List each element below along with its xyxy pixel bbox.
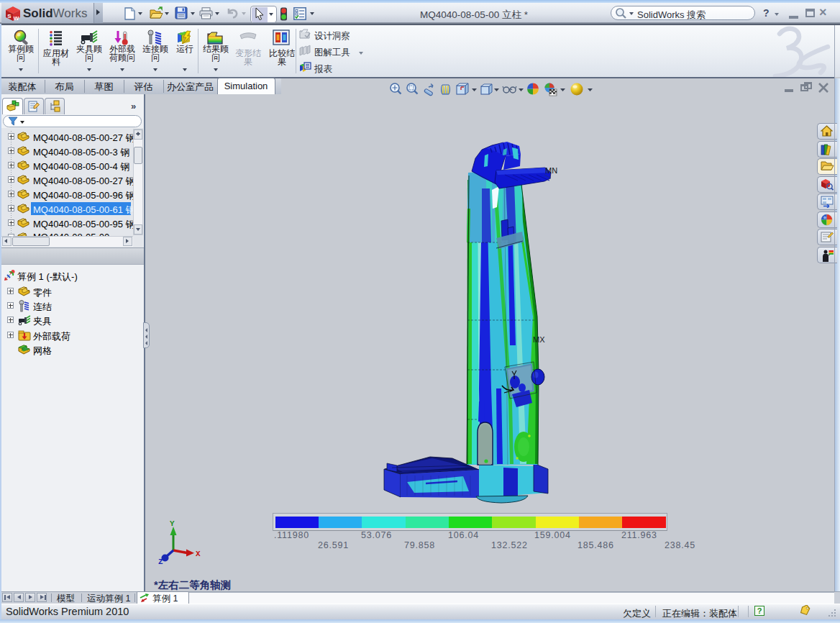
- svg-text:MX: MX: [533, 335, 545, 344]
- svg-text:W: W: [14, 15, 19, 22]
- svg-text:MN: MN: [545, 166, 557, 175]
- svg-text:S: S: [7, 13, 12, 19]
- svg-text:Z: Z: [158, 558, 163, 566]
- svg-text:*: *: [10, 271, 12, 276]
- svg-text:Y: Y: [170, 519, 175, 528]
- svg-text:X: X: [196, 550, 201, 558]
